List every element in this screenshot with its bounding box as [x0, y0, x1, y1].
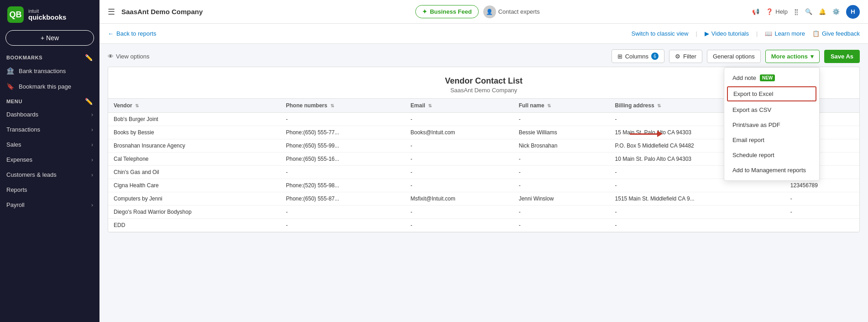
- sidebar-item-transactions[interactable]: Transactions ›: [0, 122, 99, 137]
- dropdown-item-export-csv[interactable]: Export as CSV: [724, 102, 819, 117]
- col-header-phone[interactable]: Phone numbers ⇅: [281, 99, 405, 113]
- video-tutorials-link[interactable]: ▶ Video tutorials: [705, 30, 749, 37]
- sidebar-item-payroll[interactable]: Payroll ›: [0, 197, 99, 212]
- dropdown-item-add-note[interactable]: Add note NEW: [724, 70, 819, 85]
- col-header-vendor[interactable]: Vendor ⇅: [108, 99, 281, 113]
- table-row[interactable]: Diego's Road Warrior Bodyshop-----: [108, 206, 859, 219]
- bookmark-icon: 🔖: [6, 83, 14, 90]
- expenses-label: Expenses: [6, 156, 32, 163]
- email-report-label: Email report: [732, 137, 764, 143]
- sidebar-item-expenses[interactable]: Expenses ›: [0, 152, 99, 167]
- table-cell-billing: -: [610, 206, 785, 219]
- dropdown-item-email-report[interactable]: Email report: [724, 132, 819, 148]
- table-cell-email: -: [405, 153, 513, 166]
- company-name: SaasAnt Demo Company: [121, 8, 203, 16]
- megaphone-icon: 📢: [752, 8, 759, 15]
- qb-logo-icon: QB: [7, 6, 24, 23]
- table-cell-email: -: [405, 219, 513, 232]
- sidebar-item-reports[interactable]: Reports: [0, 182, 99, 197]
- topnav-actions: 📢 ❓ Help ⣿ 🔍 🔔 ⚙️ H: [752, 5, 860, 19]
- dropdown-item-management-reports[interactable]: Add to Management reports: [724, 163, 819, 178]
- apps-grid-icon: ⣿: [794, 8, 799, 15]
- give-feedback-link[interactable]: 📋 Give feedback: [812, 30, 860, 37]
- back-arrow-icon: ←: [108, 30, 114, 37]
- dropdown-item-print-pdf[interactable]: Print/save as PDF: [724, 117, 819, 132]
- table-cell-vendor: Brosnahan Insurance Agency: [108, 139, 281, 153]
- filter-label: Filter: [683, 53, 696, 60]
- dashboards-arrow-icon: ›: [91, 111, 93, 118]
- megaphone-icon-btn[interactable]: 📢: [752, 8, 759, 15]
- secondary-navbar: ← Back to reports Switch to classic view…: [99, 24, 868, 44]
- general-options-button[interactable]: General options: [707, 50, 761, 63]
- notifications-icon-btn[interactable]: 🔔: [819, 8, 826, 15]
- table-row[interactable]: Computers by JenniPhone:(650) 555-87...M…: [108, 192, 859, 206]
- sidebar-item-customers-leads[interactable]: Customers & leads ›: [0, 167, 99, 182]
- main-content: ☰ SaasAnt Demo Company ✦ Business Feed 👤…: [99, 0, 868, 322]
- contact-experts-button[interactable]: 👤 Contact experts: [483, 5, 540, 18]
- table-row[interactable]: EDD----: [108, 219, 859, 232]
- bell-icon: 🔔: [819, 8, 826, 15]
- edit-menu-icon[interactable]: ✏️: [85, 98, 93, 105]
- back-to-reports-link[interactable]: ← Back to reports: [108, 30, 156, 37]
- secondnav-right: Switch to classic view | ▶ Video tutoria…: [631, 30, 860, 37]
- more-actions-button[interactable]: More actions ▾: [765, 50, 820, 63]
- sidebar-item-bookmark-page[interactable]: 🔖 Bookmark this page: [0, 79, 99, 94]
- table-cell-extra: -: [785, 206, 859, 219]
- book-icon: 📖: [765, 30, 772, 37]
- view-options-button[interactable]: 👁 View options: [108, 53, 149, 60]
- bookmarks-section-header[interactable]: BOOKMARKS ✏️: [0, 50, 99, 63]
- menu-section-header[interactable]: MENU ✏️: [0, 94, 99, 107]
- sidebar-item-dashboards[interactable]: Dashboards ›: [0, 107, 99, 122]
- business-feed-icon: ✦: [422, 8, 427, 15]
- general-options-label: General options: [713, 53, 755, 60]
- col-header-fullname[interactable]: Full name ⇅: [513, 99, 610, 113]
- table-cell-billing: 1515 Main St. Middlefield CA 9...: [610, 192, 785, 206]
- table-cell-vendor: Chin's Gas and Oil: [108, 166, 281, 179]
- business-feed-button[interactable]: ✦ Business Feed: [415, 5, 479, 18]
- toolbar-left: 👁 View options: [108, 53, 149, 60]
- table-cell-phone: Phone:(650) 555-87...: [281, 192, 405, 206]
- billing-sort-icon: ⇅: [657, 103, 661, 108]
- hamburger-menu-icon[interactable]: ☰: [108, 7, 115, 17]
- filter-button[interactable]: ⚙ Filter: [669, 50, 702, 63]
- more-actions-label: More actions: [771, 53, 808, 60]
- bookmark-page-label: Bookmark this page: [19, 83, 71, 90]
- user-avatar[interactable]: H: [846, 5, 860, 19]
- learn-more-link[interactable]: 📖 Learn more: [765, 30, 805, 37]
- dropdown-item-export-excel[interactable]: Export to Excel: [727, 86, 816, 101]
- columns-button[interactable]: ⊞ Columns 6: [612, 49, 664, 63]
- table-cell-email: Books@Intuit.com: [405, 126, 513, 139]
- search-icon-btn[interactable]: 🔍: [805, 8, 812, 15]
- apps-icon-btn[interactable]: ⣿: [794, 8, 799, 15]
- help-button[interactable]: ❓ Help: [766, 8, 788, 15]
- settings-icon-btn[interactable]: ⚙️: [832, 8, 840, 15]
- dropdown-item-schedule-report[interactable]: Schedule report: [724, 148, 819, 163]
- arrow-head: [657, 131, 663, 137]
- table-cell-phone: -: [281, 166, 405, 179]
- help-circle-icon: ❓: [766, 8, 773, 15]
- top-navbar: ☰ SaasAnt Demo Company ✦ Business Feed 👤…: [99, 0, 868, 24]
- edit-bookmarks-icon[interactable]: ✏️: [85, 54, 93, 61]
- sidebar-item-sales[interactable]: Sales ›: [0, 137, 99, 152]
- back-label: Back to reports: [116, 30, 156, 37]
- switch-classic-view-link[interactable]: Switch to classic view: [631, 30, 688, 37]
- save-as-button[interactable]: Save As: [824, 50, 860, 63]
- table-row[interactable]: Cigna Health CarePhone:(520) 555-98...--…: [108, 179, 859, 192]
- table-cell-billing: -: [610, 219, 785, 232]
- topnav-left: ☰ SaasAnt Demo Company: [108, 7, 203, 17]
- sidebar-item-bank-transactions[interactable]: 🏦 Bank transactions: [0, 63, 99, 79]
- new-button[interactable]: + New: [5, 30, 94, 46]
- more-actions-dropdown-wrapper: More actions ▾ Add note NEW Export to Ex…: [765, 50, 820, 63]
- video-play-icon: ▶: [705, 30, 709, 37]
- reports-label: Reports: [6, 186, 27, 193]
- topnav-center: ✦ Business Feed 👤 Contact experts: [415, 5, 540, 18]
- table-cell-phone: -: [281, 219, 405, 232]
- table-cell-email: -: [405, 113, 513, 126]
- customers-leads-label: Customers & leads: [6, 171, 57, 178]
- col-header-email[interactable]: Email ⇅: [405, 99, 513, 113]
- content-area: 👁 View options ⊞ Columns 6 ⚙ Filter Gene…: [99, 44, 868, 322]
- contact-experts-avatar: 👤: [483, 5, 496, 18]
- table-cell-full_name: -: [513, 206, 610, 219]
- management-reports-label: Add to Management reports: [732, 167, 806, 174]
- contact-experts-label: Contact experts: [498, 8, 540, 15]
